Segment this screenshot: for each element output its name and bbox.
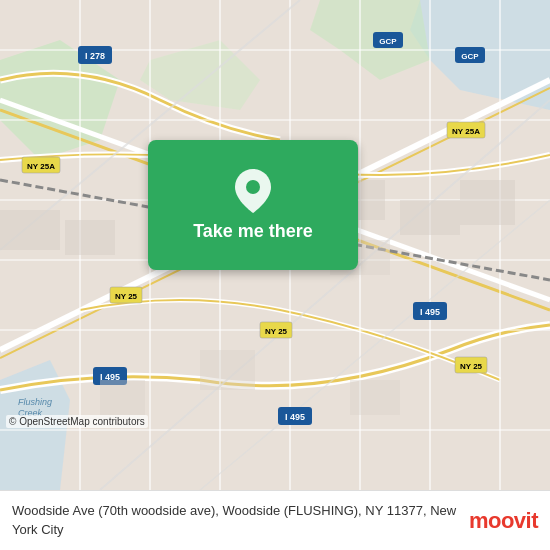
svg-text:NY 25: NY 25	[460, 362, 483, 371]
svg-text:NY 25: NY 25	[115, 292, 138, 301]
svg-rect-61	[350, 380, 400, 415]
svg-rect-60	[200, 350, 255, 390]
take-me-there-label: Take me there	[193, 221, 313, 242]
osm-attribution: © OpenStreetMap contributors	[6, 415, 148, 428]
address-text: Woodside Ave (70th woodside ave), Woodsi…	[12, 502, 459, 538]
take-me-there-button[interactable]: Take me there	[148, 140, 358, 270]
svg-text:GCP: GCP	[379, 37, 397, 46]
footer: Woodside Ave (70th woodside ave), Woodsi…	[0, 490, 550, 550]
moovit-brand-text: moovit	[469, 508, 538, 534]
moovit-logo: moovit	[469, 508, 538, 534]
svg-text:Flushing: Flushing	[18, 397, 52, 407]
svg-rect-57	[460, 180, 515, 225]
svg-text:NY 25: NY 25	[265, 327, 288, 336]
svg-text:NY 25A: NY 25A	[27, 162, 55, 171]
location-pin-icon	[235, 169, 271, 213]
svg-rect-53	[0, 210, 60, 250]
map-container: I 278 GCP GCP NY 25A NY 2 NY 25A NY 25 N…	[0, 0, 550, 490]
svg-text:I 278: I 278	[85, 51, 105, 61]
svg-rect-54	[65, 220, 115, 255]
svg-point-62	[246, 180, 260, 194]
svg-text:GCP: GCP	[461, 52, 479, 61]
svg-text:I 495: I 495	[420, 307, 440, 317]
svg-text:I 495: I 495	[285, 412, 305, 422]
svg-rect-59	[100, 380, 145, 415]
svg-rect-56	[400, 200, 460, 235]
svg-text:NY 25A: NY 25A	[452, 127, 480, 136]
